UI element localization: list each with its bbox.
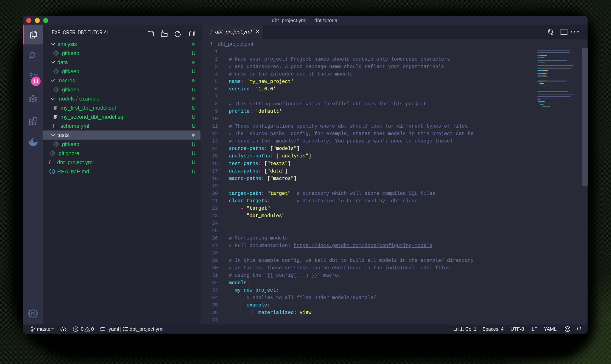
svg-text:11: 11 <box>33 78 39 84</box>
